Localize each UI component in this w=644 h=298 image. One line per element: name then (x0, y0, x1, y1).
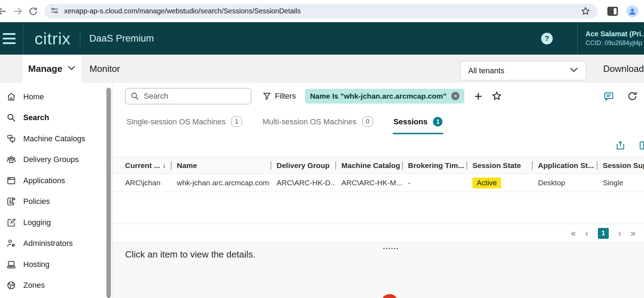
count-badge: 0 (362, 117, 373, 127)
user-menu[interactable]: Ace Salamat (Pri... CCID: 09u2684yjl4p (578, 30, 644, 47)
remove-filter-icon[interactable]: ✕ (451, 92, 459, 100)
table-row[interactable]: ARC\jchan whk-jchan.arc.arcmcap.com ARC\… (112, 174, 644, 192)
scrollbar-thumb[interactable] (106, 88, 111, 298)
tab-manage[interactable]: Manage (23, 55, 81, 83)
sidebar-item-home[interactable]: Home (0, 86, 106, 107)
downloads-link[interactable]: Downloads (603, 63, 644, 74)
sidebar-item-zones[interactable]: Zones (0, 275, 106, 296)
tab-monitor[interactable]: Monitor (89, 63, 120, 74)
console-nav-bar: Manage Monitor All tenants Downloads (0, 55, 644, 83)
cell-name: whk-jchan.arc.arcmcap.com (171, 179, 271, 187)
sidebar-item-administrators[interactable]: Administrators (0, 233, 106, 254)
cell-session-state: Active (466, 178, 532, 188)
chat-launcher-button[interactable] (381, 294, 398, 298)
filter-funnel-icon (262, 92, 271, 100)
site-info-icon[interactable] (50, 6, 59, 17)
chevron-down-icon (570, 67, 578, 74)
hosting-icon (6, 260, 16, 269)
applications-icon (6, 176, 16, 186)
tenant-selector[interactable]: All tenants (460, 61, 586, 80)
sidebar-item-policies[interactable]: Policies (0, 191, 106, 212)
cell-delivery-group: ARC\ARC-HK-D... (271, 179, 335, 187)
url-text: xenapp-ap-s.cloud.com/manage/webstudio/s… (64, 7, 581, 15)
app-header: citrix DaaS Premium ? Ace Salamat (Pri..… (0, 22, 644, 55)
browser-reload-icon[interactable] (25, 4, 41, 19)
profile-avatar[interactable] (626, 5, 638, 17)
previous-page-icon[interactable]: ‹ (585, 229, 588, 238)
machine-catalogs-icon (6, 134, 16, 144)
search-icon (6, 113, 16, 123)
feedback-icon[interactable] (603, 91, 614, 102)
filters-button[interactable]: Filters (262, 92, 296, 101)
home-icon (6, 92, 16, 102)
column-header-session-state[interactable]: Session State (466, 161, 532, 170)
column-header-delivery-group[interactable]: Delivery Group (271, 161, 335, 170)
tab-sessions[interactable]: Sessions 1 (394, 109, 443, 134)
policies-icon (6, 197, 16, 206)
chevron-down-icon (68, 66, 75, 72)
count-badge: 1 (231, 117, 242, 127)
first-page-icon[interactable]: « (571, 229, 576, 238)
side-panel-icon[interactable] (607, 7, 618, 16)
save-filter-star-icon[interactable] (491, 91, 502, 101)
cell-session-support: Single (597, 179, 644, 187)
browser-back-icon[interactable] (0, 4, 10, 19)
filter-chip-text: Name Is "whk-jchan.arc.arcmcap.com" (310, 92, 447, 100)
sidebar-item-applications[interactable]: Applications (0, 170, 106, 191)
product-title: DaaS Premium (89, 33, 154, 44)
cell-application-state: Desktop (532, 179, 597, 187)
pagination: « ‹ 1 › » (112, 224, 644, 242)
help-icon[interactable]: ? (541, 33, 553, 44)
column-header-application-state[interactable]: Application St... (532, 161, 597, 170)
column-header-session-support[interactable]: Session Sup... (597, 161, 644, 170)
search-icon (130, 92, 140, 101)
add-filter-button[interactable]: + (474, 91, 482, 101)
column-header-name[interactable]: Name (171, 161, 271, 170)
column-settings-icon[interactable] (638, 140, 644, 151)
search-filter-toolbar: Filters Name Is "whk-jchan.arc.arcmcap.c… (112, 83, 644, 109)
browser-forward-icon[interactable] (10, 4, 25, 19)
search-box[interactable] (125, 88, 251, 104)
user-name: Ace Salamat (Pri... (586, 30, 644, 38)
cell-machine-catalog: ARC\ARC-HK-M... (335, 179, 402, 187)
column-header-machine-catalog[interactable]: Machine Catalog (335, 161, 402, 170)
next-page-icon[interactable]: › (618, 229, 621, 238)
table-header-row: Current ... ↓ Name Delivery Group Machin… (112, 157, 644, 174)
logging-icon (6, 218, 16, 228)
tab-multi-session-os-machines[interactable]: Multi-session OS Machines 0 (262, 109, 373, 134)
sidebar-item-search[interactable]: Search (0, 107, 106, 129)
address-bar[interactable]: xenapp-ap-s.cloud.com/manage/webstudio/s… (44, 4, 597, 19)
panel-drag-handle[interactable]: ...... (383, 243, 399, 251)
session-state-highlight: Active (472, 178, 501, 188)
user-ccid: CCID: 09u2684yjl4p (586, 39, 644, 47)
cell-current-user: ARC\jchan (125, 179, 171, 187)
refresh-icon[interactable] (627, 91, 638, 101)
sidebar-item-logging[interactable]: Logging (0, 212, 106, 233)
column-header-current-user[interactable]: Current ... ↓ (125, 161, 171, 170)
sidebar-item-machine-catalogs[interactable]: Machine Catalogs (0, 128, 106, 149)
details-placeholder-text: Click an item to view the details. (125, 249, 255, 260)
filter-chip[interactable]: Name Is "whk-jchan.arc.arcmcap.com" ✕ (305, 89, 465, 104)
tenant-selected-value: All tenants (468, 66, 504, 75)
citrix-logo: citrix (35, 30, 71, 47)
tab-single-session-os-machines[interactable]: Single-session OS Machines 1 (126, 109, 242, 134)
sidebar-item-delivery-groups[interactable]: Delivery Groups (0, 149, 106, 170)
search-input[interactable] (144, 92, 246, 101)
table-empty-area (112, 192, 644, 224)
count-badge: 1 (433, 117, 442, 126)
brand-divider (80, 31, 80, 46)
zones-icon (6, 280, 16, 290)
column-header-brokering-time[interactable]: Brokering Tim... (402, 161, 466, 170)
export-icon[interactable] (615, 140, 626, 151)
sidebar-scrollbar (106, 83, 112, 298)
main-content: Filters Name Is "whk-jchan.arc.arcmcap.c… (112, 83, 644, 298)
current-page-button[interactable]: 1 (598, 228, 609, 239)
bookmark-star-icon[interactable] (581, 6, 590, 16)
last-page-icon[interactable]: » (631, 229, 636, 238)
sidebar-item-hosting[interactable]: Hosting (0, 254, 106, 275)
sort-descending-icon[interactable]: ↓ (162, 161, 166, 169)
administrators-icon (6, 238, 16, 248)
result-tabs: Single-session OS Machines 1 Multi-sessi… (112, 109, 644, 134)
cell-brokering-time: - (402, 179, 466, 187)
hamburger-menu-icon[interactable] (0, 22, 23, 55)
